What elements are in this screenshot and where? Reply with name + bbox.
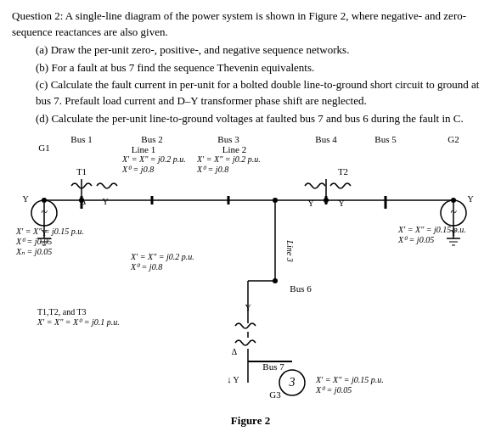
g1-label: G1 (38, 143, 49, 153)
t3-coil-top (235, 323, 256, 328)
line1-x1: X′ = X″ = j0.2 p.u. (121, 154, 186, 164)
g1-yn-label: Y (41, 228, 47, 238)
wye-t2-right: Y (338, 199, 344, 208)
t2-label: T2 (338, 166, 348, 176)
part-b: (b) For a fault at bus 7 find the sequen… (36, 60, 489, 76)
wye-t2-left: Y (307, 199, 313, 208)
g3-y-arrow: ↓ (227, 374, 232, 384)
line3-top-node (273, 198, 278, 203)
g2-bus-node (451, 198, 456, 203)
t2-coil-right (330, 183, 351, 188)
bus4-label: Bus 4 (315, 134, 337, 144)
g1-x1: X′ = X″ = j0.15 p.u. (15, 227, 84, 236)
g2-y-label: Y (450, 228, 456, 238)
t1t2t3-label: T1,T2, and T3 (37, 307, 87, 316)
figure-area: Bus 1 Bus 2 Bus 3 Bus 4 Bus 5 G2 G1 Line… (12, 132, 489, 412)
part-a: (a) Draw the per-unit zero-, positive-, … (36, 42, 489, 59)
t3-delta: Δ (232, 347, 238, 356)
bus5-label: Bus 5 (374, 134, 397, 144)
t3-coil-bottom (235, 340, 256, 345)
g3-x1: X′ = X″ = j0.15 p.u. (315, 375, 384, 384)
line3-x0: X⁰ = j0.8 (130, 262, 162, 272)
g3-y-label: Y (233, 375, 239, 384)
bus1-node (79, 198, 84, 203)
t1t2t3-params: X′ = X″ = X⁰ = j0.1 p.u. (37, 317, 120, 327)
line2-x1: X′ = X″ = j0.2 p.u. (196, 154, 261, 164)
line3-label: Line 3 (285, 239, 295, 261)
g3-x0: X⁰ = j0.05 (315, 385, 352, 395)
g1-xn: Xₙ = j0.05 (15, 247, 52, 256)
question-text: Question 2: A single-line diagram of the… (12, 8, 489, 127)
g2-y-top: Y (467, 194, 473, 204)
line1-label: Line 1 (132, 144, 155, 154)
intro-line: Question 2: A single-line diagram of the… (12, 8, 489, 41)
part-d: (d) Calculate the per-unit line-to-groun… (36, 111, 489, 127)
t2-coil-left (305, 183, 325, 188)
line3-x1: X′ = X″ = j0.2 p.u. (130, 252, 194, 261)
wye-t1: Y (102, 197, 108, 206)
bus6-label: Bus 6 (290, 283, 312, 294)
t1-label: T1 (76, 166, 87, 176)
page: Question 2: A single-line diagram of the… (0, 0, 501, 436)
line2-x0: X⁰ = j0.8 (196, 165, 228, 174)
bus4-node (324, 198, 329, 203)
bus3-label: Bus 3 (217, 134, 239, 144)
line2-label: Line 2 (222, 144, 246, 154)
figure-caption: Figure 2 (12, 414, 489, 428)
line1-x0: X⁰ = j0.8 (121, 165, 154, 174)
g2-label: G2 (448, 134, 459, 144)
t1-coil-right (97, 183, 117, 188)
g2-x2: X⁰ = j0.05 (397, 235, 434, 244)
g1-y-top: Y (22, 194, 28, 204)
g3-label: G3 (269, 389, 281, 400)
part-c: (c) Calculate the fault current in per-u… (36, 77, 489, 109)
bus2-label: Bus 2 (141, 134, 162, 144)
bus6-node (273, 278, 278, 283)
g3-sine: 3 (289, 376, 296, 389)
g1-bus-node (42, 198, 47, 203)
bus1-label: Bus 1 (70, 134, 92, 144)
diagram-svg: Bus 1 Bus 2 Bus 3 Bus 4 Bus 5 G2 G1 Line… (12, 132, 496, 400)
bus7-label: Bus 7 (262, 361, 284, 372)
